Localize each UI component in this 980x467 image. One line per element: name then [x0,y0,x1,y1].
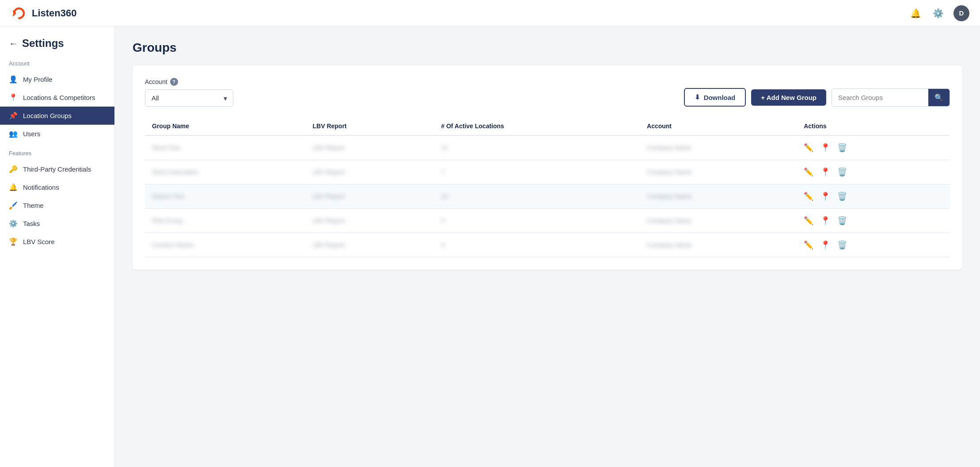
groups-table: Group Name LBV Report # Of Active Locati… [145,117,950,257]
sidebar-title-area: ← Settings [0,37,114,60]
settings-gear-icon[interactable]: ⚙️ [931,6,946,20]
location-pin-icon[interactable]: 📍 [820,240,830,250]
account-filter: Account ? All ▾ [145,78,233,107]
sidebar-item-lbv-score[interactable]: 🏆 LBV Score [0,233,114,251]
search-input[interactable] [832,89,928,106]
cell-group-name: District Five [145,184,306,209]
cell-lbv-report: LBV Report [306,209,434,233]
table-row: District Five LBV Report 15 Company Name… [145,184,950,209]
help-icon: ? [170,78,178,86]
cell-active-locations: 7 [434,160,640,184]
cell-active-locations: 3 [434,209,640,233]
delete-icon[interactable]: 🗑️ [837,167,847,177]
controls-row: Account ? All ▾ ⬇ Download [145,78,950,107]
location-pin-icon[interactable]: 📍 [820,191,830,201]
cell-account: Company Name [640,233,797,257]
bell-icon: 🔔 [9,183,18,191]
sidebar-item-my-profile[interactable]: 👤 My Profile [0,70,114,88]
app-body: ← Settings Account 👤 My Profile 📍 Locati… [0,27,980,467]
table-header-row: Group Name LBV Report # Of Active Locati… [145,117,950,135]
download-icon: ⬇ [695,93,700,101]
delete-icon[interactable]: 🗑️ [837,191,847,201]
add-new-group-button[interactable]: + Add New Group [751,89,826,106]
cell-account: Company Name [640,184,797,209]
groups-card: Account ? All ▾ ⬇ Download [133,65,962,270]
trophy-icon: 🏆 [9,237,18,246]
cell-group-name: Store One [145,135,306,160]
sidebar-item-users[interactable]: 👥 Users [0,125,114,143]
table-row: Store One LBV Report 12 Company Name ✏️ … [145,135,950,160]
sidebar-item-locations-competitors[interactable]: 📍 Locations & Competitors [0,88,114,107]
notifications-bell-icon[interactable]: 🔔 [908,6,923,20]
cell-actions: ✏️ 📍 🗑️ [797,160,950,184]
logo-area: Listen360 [11,5,77,22]
edit-icon[interactable]: ✏️ [804,216,813,226]
top-nav: Listen360 🔔 ⚙️ D [0,0,980,27]
account-label: Account ? [145,78,233,86]
back-arrow-icon[interactable]: ← [9,38,18,49]
search-icon: 🔍 [934,93,943,102]
cell-account: Company Name [640,135,797,160]
sidebar-item-tasks[interactable]: ⚙️ Tasks [0,214,114,233]
logo-icon [11,5,27,22]
cell-lbv-report: LBV Report [306,233,434,257]
sidebar-item-notifications[interactable]: 🔔 Notifications [0,178,114,196]
actions-right: ⬇ Download + Add New Group 🔍 [684,88,950,107]
sidebar-title: Settings [22,37,64,50]
avatar[interactable]: D [953,5,969,21]
delete-icon[interactable]: 🗑️ [837,240,847,250]
cell-actions: ✏️ 📍 🗑️ [797,135,950,160]
table-row: Comfort Stores LBV Report 9 Company Name… [145,233,950,257]
location-pin-icon[interactable]: 📍 [820,216,830,226]
brush-icon: 🖌️ [9,201,18,210]
logo-text: Listen360 [32,8,77,19]
cell-group-name: Pilot Group [145,209,306,233]
person-icon: 👤 [9,75,18,84]
sidebar: ← Settings Account 👤 My Profile 📍 Locati… [0,27,115,467]
key-icon: 🔑 [9,165,18,173]
edit-icon[interactable]: ✏️ [804,167,813,177]
account-select[interactable]: All [145,89,233,107]
cell-lbv-report: LBV Report [306,135,434,160]
delete-icon[interactable]: 🗑️ [837,216,847,226]
main-content: Groups Account ? All ▾ [115,27,980,467]
pin-tag-icon: 📌 [9,111,18,120]
search-wrapper: 🔍 [832,88,950,107]
location-pin-icon[interactable]: 📍 [820,167,830,177]
sidebar-item-location-groups[interactable]: 📌 Location Groups [0,107,114,125]
col-active-locations: # Of Active Locations [434,117,640,135]
cell-group-name: Store Associates [145,160,306,184]
cell-lbv-report: LBV Report [306,160,434,184]
col-actions: Actions [797,117,950,135]
cell-account: Company Name [640,209,797,233]
cell-lbv-report: LBV Report [306,184,434,209]
gear-icon: ⚙️ [9,219,18,228]
account-select-wrapper: All ▾ [145,89,233,107]
nav-right: 🔔 ⚙️ D [908,5,969,21]
sidebar-item-third-party[interactable]: 🔑 Third-Party Credentials [0,160,114,178]
pin-icon: 📍 [9,93,18,102]
edit-icon[interactable]: ✏️ [804,240,813,250]
col-group-name: Group Name [145,117,306,135]
edit-icon[interactable]: ✏️ [804,191,813,201]
cell-actions: ✏️ 📍 🗑️ [797,233,950,257]
cell-actions: ✏️ 📍 🗑️ [797,184,950,209]
features-section-label: Features [0,143,114,160]
edit-icon[interactable]: ✏️ [804,143,813,153]
delete-icon[interactable]: 🗑️ [837,143,847,153]
table-row: Store Associates LBV Report 7 Company Na… [145,160,950,184]
col-lbv-report: LBV Report [306,117,434,135]
cell-active-locations: 9 [434,233,640,257]
cell-group-name: Comfort Stores [145,233,306,257]
people-icon: 👥 [9,130,18,138]
cell-active-locations: 12 [434,135,640,160]
col-account: Account [640,117,797,135]
cell-account: Company Name [640,160,797,184]
download-button[interactable]: ⬇ Download [684,88,746,107]
table-row: Pilot Group LBV Report 3 Company Name ✏️… [145,209,950,233]
sidebar-item-theme[interactable]: 🖌️ Theme [0,196,114,214]
location-pin-icon[interactable]: 📍 [820,143,830,153]
search-button[interactable]: 🔍 [928,89,950,106]
cell-active-locations: 15 [434,184,640,209]
page-title: Groups [133,41,962,55]
